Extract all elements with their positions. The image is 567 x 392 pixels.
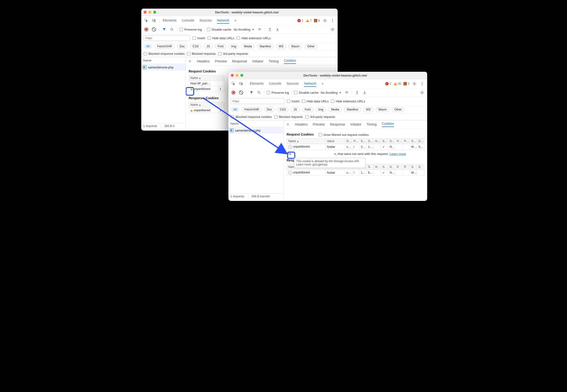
subtab-cookies[interactable]: Cookies [284, 59, 296, 64]
record-icon[interactable] [231, 90, 236, 95]
subtab-timing[interactable]: Timing [269, 59, 279, 63]
search-icon[interactable] [256, 90, 262, 95]
tab-console[interactable]: Console [269, 81, 281, 87]
more-menu-icon[interactable] [419, 81, 425, 86]
hide-extension-urls-checkbox[interactable]: Hide extension URLs [331, 99, 365, 103]
inspect-icon[interactable] [144, 18, 149, 23]
import-har-icon[interactable] [267, 27, 272, 32]
col-name[interactable]: Name [287, 139, 326, 144]
request-row[interactable]: samesitenone.php [141, 64, 186, 70]
type-all[interactable]: All [144, 44, 152, 49]
disable-cache-checkbox[interactable]: Disable cache [207, 28, 231, 31]
type-font[interactable]: Font [215, 44, 226, 49]
type-other[interactable]: Other [392, 107, 404, 112]
subtab-timing[interactable]: Timing [367, 123, 377, 126]
type-ws[interactable]: WS [363, 107, 373, 112]
filter-toggle-icon[interactable] [162, 27, 167, 32]
clear-icon[interactable] [239, 90, 244, 95]
subtab-initiator[interactable]: Initiator [350, 123, 361, 126]
type-media[interactable]: Media [241, 44, 254, 49]
request-row[interactable]: samesitenone.php [228, 127, 284, 134]
tab-sources[interactable]: Sources [287, 81, 299, 87]
close-details-icon[interactable]: × [189, 59, 191, 64]
issues-count[interactable]: 6 [314, 19, 320, 22]
network-settings-icon[interactable] [419, 90, 425, 95]
type-img[interactable]: Img [229, 44, 239, 49]
subtab-cookies[interactable]: Cookies [382, 122, 394, 127]
type-doc[interactable]: Doc [177, 44, 187, 49]
tab-network[interactable]: Network [304, 81, 316, 87]
blocked-cookies-checkbox[interactable]: Blocked response cookies [231, 115, 272, 119]
error-count[interactable]: 2 [385, 82, 391, 85]
tab-network[interactable]: Network [217, 17, 229, 24]
type-fetch[interactable]: Fetch/XHR [155, 44, 175, 49]
more-menu-icon[interactable] [330, 18, 335, 23]
export-har-icon[interactable] [275, 27, 280, 32]
subtab-initiator[interactable]: Initiator [252, 59, 263, 63]
network-conditions-icon[interactable] [344, 90, 349, 95]
type-wasm[interactable]: Wasm [376, 107, 389, 112]
type-css[interactable]: CSS [190, 44, 201, 49]
subtab-preview[interactable]: Preview [313, 123, 325, 126]
network-settings-icon[interactable] [330, 27, 335, 32]
thirdparty-checkbox[interactable]: 3rd-party requests [305, 115, 335, 119]
close-details-icon[interactable]: × [287, 122, 289, 127]
issues-count[interactable]: 3 [403, 82, 409, 85]
zoom-window-icon[interactable] [153, 11, 156, 14]
invert-checkbox[interactable]: Invert [193, 36, 205, 40]
learn-more-link[interactable]: Learn more [389, 152, 406, 156]
import-har-icon[interactable] [354, 90, 360, 95]
tabs-overflow[interactable]: » [234, 17, 236, 24]
type-img[interactable]: Img [316, 107, 326, 112]
tab-console[interactable]: Console [182, 17, 194, 24]
device-toggle-icon[interactable] [151, 18, 157, 23]
blocked-cookies-checkbox[interactable]: Blocked response cookies [144, 52, 185, 56]
type-doc[interactable]: Doc [264, 107, 275, 112]
close-window-icon[interactable] [144, 11, 147, 14]
subtab-headers[interactable]: Headers [197, 59, 210, 63]
clear-icon[interactable] [151, 27, 157, 32]
zoom-window-icon[interactable] [240, 74, 243, 77]
export-har-icon[interactable] [362, 90, 367, 95]
settings-icon[interactable] [412, 81, 417, 86]
blocked-requests-checkbox[interactable]: Blocked requests [274, 115, 303, 119]
throttling-select[interactable]: No throttling▼ [321, 91, 342, 95]
type-manifest[interactable]: Manifest [257, 44, 273, 49]
cookie-row[interactable]: Host-3P_part… [189, 81, 224, 86]
tab-elements[interactable]: Elements [163, 17, 177, 24]
hide-data-urls-checkbox[interactable]: Hide data URLs [302, 99, 329, 103]
network-conditions-icon[interactable] [257, 27, 262, 32]
type-wasm[interactable]: Wasm [288, 44, 302, 49]
type-all[interactable]: All [231, 107, 239, 112]
filter-toggle-icon[interactable] [249, 90, 254, 95]
tab-elements[interactable]: Elements [250, 81, 264, 87]
error-count[interactable]: 1 [297, 19, 303, 22]
col-name[interactable]: Name [189, 75, 218, 81]
disable-cache-checkbox[interactable]: Disable cache [294, 91, 318, 95]
type-media[interactable]: Media [328, 107, 342, 112]
tab-sources[interactable]: Sources [199, 17, 212, 24]
type-css[interactable]: CSS [277, 107, 288, 112]
filter-input[interactable] [144, 35, 190, 41]
inspect-icon[interactable] [231, 81, 236, 86]
type-js[interactable]: JS [291, 107, 300, 112]
show-filtered-checkbox[interactable]: show filtered out request cookies [319, 133, 369, 137]
cookie-row[interactable]: iunpartitioned foobar c…/1…6… ✓N…M… [287, 169, 424, 176]
minimize-window-icon[interactable] [149, 11, 151, 14]
invert-checkbox[interactable]: Invert [287, 99, 299, 103]
cookie-row[interactable]: unpartitioned1 [189, 108, 224, 113]
thirdparty-checkbox[interactable]: 3rd-party requests [218, 52, 248, 56]
filter-input[interactable] [231, 98, 284, 104]
type-js[interactable]: JS [204, 44, 213, 49]
blocked-requests-checkbox[interactable]: Blocked requests [187, 52, 216, 56]
type-manifest[interactable]: Manifest [344, 107, 361, 112]
record-icon[interactable] [144, 27, 149, 32]
subtab-headers[interactable]: Headers [295, 123, 308, 126]
subtab-response[interactable]: Response [330, 123, 345, 126]
hide-data-urls-checkbox[interactable]: Hide data URLs [208, 36, 234, 40]
settings-icon[interactable] [322, 18, 328, 23]
col-name[interactable]: Name [189, 102, 218, 108]
type-font[interactable]: Font [302, 107, 313, 112]
name-column-header[interactable]: Name [141, 57, 186, 64]
preserve-log-checkbox[interactable]: Preserve log [179, 28, 202, 31]
